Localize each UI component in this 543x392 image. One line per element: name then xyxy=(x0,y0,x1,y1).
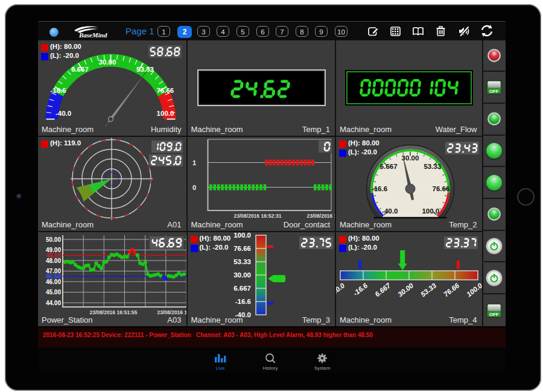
svg-text:6.667: 6.667 xyxy=(71,66,89,73)
svg-text:-40.0: -40.0 xyxy=(336,282,346,297)
svg-text:76.66: 76.66 xyxy=(433,185,450,192)
svg-text:30.00: 30.00 xyxy=(396,282,415,299)
svg-text:46.00: 46.00 xyxy=(46,279,61,285)
svg-text:100.0: 100.0 xyxy=(233,232,251,239)
svg-text:100.0: 100.0 xyxy=(157,109,174,116)
svg-text:0: 0 xyxy=(192,184,195,191)
svg-text:53.33: 53.33 xyxy=(424,163,441,170)
svg-text:76.66: 76.66 xyxy=(156,87,174,94)
svg-text:23/08/2016 16:58:01: 23/08/2016 16:58:01 xyxy=(306,213,335,219)
svg-text:76.66: 76.66 xyxy=(233,245,251,252)
svg-text:-16.6: -16.6 xyxy=(372,185,387,192)
svg-text:23/08/2016 16:52:31: 23/08/2016 16:52:31 xyxy=(233,213,281,219)
svg-text:45.00: 45.00 xyxy=(46,289,61,296)
svg-text:6.667: 6.667 xyxy=(373,282,392,299)
svg-text:30.00: 30.00 xyxy=(233,271,251,279)
svg-text:-40.0: -40.0 xyxy=(382,207,398,215)
svg-text:76.66: 76.66 xyxy=(442,282,461,299)
svg-text:BaseMind: BaseMind xyxy=(78,31,107,39)
svg-text:30.00: 30.00 xyxy=(99,58,116,65)
svg-text:44.00: 44.00 xyxy=(46,300,61,306)
svg-text:1: 1 xyxy=(192,159,195,166)
svg-text:48.00: 48.00 xyxy=(46,258,61,264)
svg-text:100.0: 100.0 xyxy=(465,282,483,299)
svg-text:100.0: 100.0 xyxy=(422,207,439,215)
svg-text:23/08/2016 16:51:55: 23/08/2016 16:51:55 xyxy=(90,309,138,315)
svg-text:53.33: 53.33 xyxy=(136,66,154,73)
svg-text:-16.6: -16.6 xyxy=(50,87,66,94)
svg-text:53.33: 53.33 xyxy=(419,282,438,299)
svg-text:6.667: 6.667 xyxy=(380,163,398,170)
svg-text:23/08/2016 16:57:55: 23/08/2016 16:57:55 xyxy=(157,309,186,315)
svg-text:-16.6: -16.6 xyxy=(352,282,369,297)
svg-text:6.667: 6.667 xyxy=(233,285,251,292)
svg-text:50.00: 50.00 xyxy=(46,236,61,243)
svg-text:-40.0: -40.0 xyxy=(56,109,71,116)
svg-text:53.33: 53.33 xyxy=(233,258,251,265)
svg-text:-16.6: -16.6 xyxy=(235,298,250,305)
